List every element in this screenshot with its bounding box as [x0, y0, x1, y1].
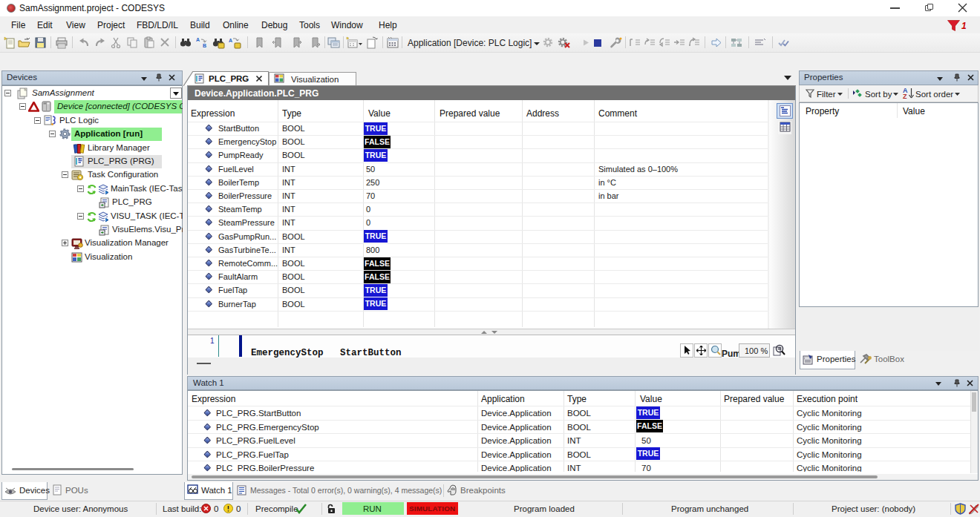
svg-text:A: A — [196, 37, 200, 42]
svg-text:A: A — [229, 38, 232, 43]
svg-text:B: B — [203, 43, 206, 48]
